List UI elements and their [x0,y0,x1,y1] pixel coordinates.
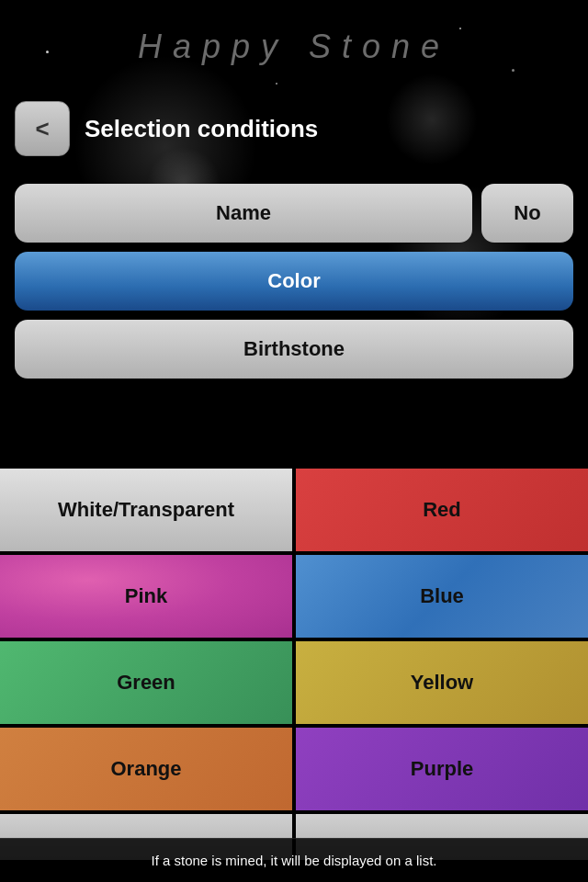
color-blue-button[interactable]: Blue [296,555,588,638]
filter-color-button[interactable]: Color [15,252,573,311]
color-yellow-button[interactable]: Yellow [296,641,588,724]
filter-buttons: Name No Color Birthstone [15,184,573,379]
color-green-button[interactable]: Green [0,641,292,724]
filter-birthstone-button[interactable]: Birthstone [15,320,573,379]
page-title: Selection conditions [85,115,318,143]
bottom-info-bar: If a stone is mined, it will be displaye… [0,838,588,882]
filter-row-2: Color [15,252,573,311]
color-white-transparent-button[interactable]: White/Transparent [0,469,292,551]
filter-row-1: Name No [15,184,573,243]
header-bar: < Selection conditions [0,101,588,156]
color-orange-button[interactable]: Orange [0,728,292,810]
filter-no-button[interactable]: No [481,184,573,243]
filter-name-button[interactable]: Name [15,184,472,243]
back-button[interactable]: < [15,101,70,156]
color-grid: White/Transparent Red Pink Blue Green Ye… [0,469,588,860]
bottom-info-text: If a stone is mined, it will be displaye… [152,853,437,868]
app-title: Happy Stone [0,28,588,66]
color-pink-button[interactable]: Pink [0,555,292,638]
color-purple-button[interactable]: Purple [296,728,588,810]
color-red-button[interactable]: Red [296,469,588,551]
filter-row-3: Birthstone [15,320,573,379]
